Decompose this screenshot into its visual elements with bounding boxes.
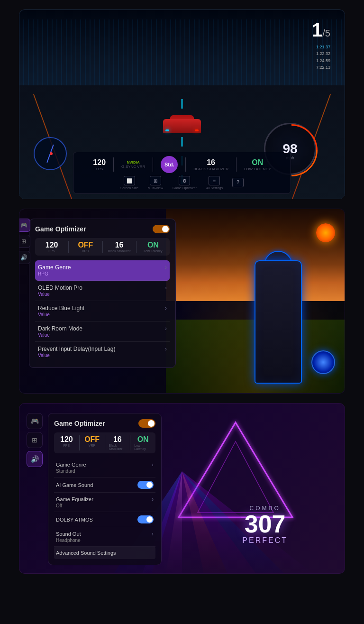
- hud-bar: 120 FPS NVIDIA G-SYNC VRR Std. 16 Black …: [73, 152, 291, 194]
- gamepad-side-icon-3[interactable]: 🎮: [27, 413, 43, 429]
- leaderboard: 1:21.37 1:22.32 1:24.59 7:22.13: [312, 44, 330, 71]
- game-optimizer-overlay-3: Game Optimizer 120 FPS OFF VRR 16 Black …: [48, 413, 162, 565]
- blackstab-val-2: 16: [115, 241, 124, 249]
- menu3-dolby-label: DOLBY ATMOS: [56, 517, 93, 523]
- hud-divider-4: [236, 157, 237, 172]
- menu-oled-motion[interactable]: OLED Motion Pro › Value: [35, 281, 170, 301]
- audio-side-icon[interactable]: 🔊: [19, 251, 30, 264]
- leader-1: 1:21.37: [312, 44, 330, 50]
- display-side-icon-3[interactable]: ⊞: [27, 432, 43, 448]
- vrr-stat: NVIDIA G-SYNC VRR: [121, 160, 145, 169]
- fps-val-3: 120: [60, 435, 73, 444]
- multi-view-icon: ⊞: [150, 176, 161, 185]
- character-area: [166, 209, 345, 393]
- car-lights-front: [165, 129, 169, 131]
- car-lights-rear: [195, 129, 199, 131]
- leader-4: 7:22.13: [312, 64, 330, 71]
- oled-motion-label: OLED Motion Pro: [38, 284, 82, 291]
- input-delay-arrow: ›: [165, 346, 167, 352]
- vrr-stat-2: OFF VRR: [73, 241, 98, 253]
- menu3-game-genre-value: Standard: [56, 468, 154, 474]
- dark-room-value: Value: [38, 332, 167, 338]
- menu-dark-room[interactable]: Dark Room Mode › Value: [35, 321, 170, 342]
- screen-size-btn[interactable]: ⬜ Screen Size: [120, 176, 138, 190]
- menu-game-genre[interactable]: Game Genre › RPG: [35, 260, 170, 281]
- vrr-lbl-3: VRR: [89, 444, 96, 447]
- audio-side-icon-3[interactable]: 🔊: [27, 451, 43, 467]
- menu-input-delay[interactable]: Prevent Input Delay(Input Lag) › Value: [35, 342, 170, 362]
- vrr-label2: G-SYNC VRR: [121, 165, 145, 169]
- fps-label: FPS: [96, 167, 103, 171]
- blackstab-lbl-3: Black Stabilizer: [109, 444, 127, 450]
- side-icon-panel-3: 🎮 ⊞ 🔊: [27, 413, 44, 467]
- game-genre-arrow: ›: [165, 264, 167, 271]
- optimizer-stats-row-3: 120 FPS OFF VRR 16 Black Stabilizer ON L…: [54, 432, 155, 453]
- fps-value: 120: [93, 158, 106, 167]
- vrr-stat-3: OFF VRR: [83, 435, 101, 450]
- optimizer-title: Game Optimizer: [35, 225, 86, 233]
- menu3-game-genre[interactable]: Game Genre › Standard: [54, 458, 155, 477]
- menu3-game-eq-value: Off: [56, 503, 154, 508]
- optimizer-toggle-3[interactable]: [138, 419, 155, 428]
- latency-val-3: ON: [137, 435, 149, 444]
- display-side-icon[interactable]: ⊞: [19, 235, 30, 248]
- menu-dark-room-header: Dark Room Mode ›: [38, 325, 167, 332]
- optimizer-toggle[interactable]: [153, 225, 170, 233]
- vrr-val-2: OFF: [78, 241, 93, 249]
- game-optimizer-overlay-2: Game Optimizer 120 FPS OFF VRR 16 Black …: [29, 219, 176, 368]
- ai-sound-toggle-dot: [146, 482, 153, 488]
- game-optimizer-label: Game Optimizer: [173, 186, 197, 190]
- latency-stat: ON Low Latency: [244, 158, 271, 171]
- latency-lbl-3: Low Latency: [134, 444, 152, 450]
- dolby-toggle[interactable]: [137, 515, 154, 523]
- vrr-val-3: OFF: [84, 435, 100, 444]
- fps-lbl-2: FPS: [48, 249, 55, 253]
- menu-reduce-blue[interactable]: Reduce Blue Light › Value: [35, 301, 170, 321]
- menu3-game-eq[interactable]: Game Equalizer › Off: [54, 493, 155, 512]
- vrr-lbl-2: VRR: [82, 249, 89, 253]
- minimap: [34, 137, 67, 170]
- menu3-game-eq-label: Game Equalizer: [56, 496, 93, 502]
- black-stab-stat: 16 Black Stabilizer: [193, 158, 228, 171]
- input-delay-label: Prevent Input Delay(Input Lag): [38, 346, 115, 352]
- menu3-game-genre-label: Game Genre: [56, 462, 86, 468]
- dark-room-arrow: ›: [165, 325, 167, 332]
- ground-ball: [311, 350, 335, 374]
- all-settings-btn[interactable]: ≡ All Settings: [206, 176, 223, 190]
- reduce-blue-value: Value: [38, 312, 167, 317]
- menu3-advanced-label: Advanced Sound Settings: [56, 550, 116, 556]
- black-stab-label: Black Stabilizer: [193, 167, 228, 171]
- menu3-sound-out-value: Headphone: [56, 538, 154, 543]
- blackstab-lbl-2: Black Stabilizer: [108, 249, 131, 253]
- hud-bottom-icons: ⬜ Screen Size ⊞ Multi-View ⚙ Game Optimi…: [79, 176, 285, 190]
- fps-stat-3: 120 FPS: [58, 435, 75, 450]
- menu3-ai-sound[interactable]: AI Game Sound: [54, 477, 155, 493]
- blackstab-stat-2: 16 Black Stabilizer: [107, 241, 132, 253]
- menu3-advanced-sound[interactable]: Advanced Sound Settings: [54, 547, 155, 559]
- menu3-sound-out[interactable]: Sound Out › Headphone: [54, 527, 155, 547]
- multi-view-label: Multi-View: [148, 186, 163, 190]
- stat-div-2: [102, 241, 103, 253]
- optimizer-toggle-dot: [162, 226, 169, 232]
- gamepad-side-icon[interactable]: 🎮: [19, 219, 30, 232]
- speed-value: 98: [282, 141, 297, 156]
- latency-val-2: ON: [147, 241, 159, 249]
- hud-divider-3: [185, 157, 186, 172]
- input-delay-value: Value: [38, 353, 167, 358]
- help-btn[interactable]: ?: [232, 178, 244, 188]
- game-optimizer-btn[interactable]: ⚙ Game Optimizer: [173, 176, 197, 190]
- menu3-dolby[interactable]: DOLBY ATMOS: [54, 512, 155, 527]
- fps-val-2: 120: [46, 241, 58, 249]
- black-stab-value: 16: [207, 158, 215, 167]
- ai-sound-toggle[interactable]: [137, 481, 154, 489]
- dark-room-label: Dark Room Mode: [38, 325, 82, 332]
- stat3-div-2: [105, 435, 105, 450]
- score-perfect-label: PERFECT: [242, 536, 288, 545]
- hud-divider-1: [113, 157, 114, 172]
- optimizer-header: Game Optimizer: [35, 225, 170, 233]
- menu3-ai-sound-label: AI Game Sound: [56, 482, 93, 488]
- racing-scene: 1/5 1:21.37 1:22.32 1:24.59 7:22.13 98 m…: [19, 10, 345, 199]
- fps-stat: 120 FPS: [93, 158, 106, 171]
- multi-view-btn[interactable]: ⊞ Multi-View: [148, 176, 163, 190]
- optimizer-title-3: Game Optimizer: [54, 420, 105, 427]
